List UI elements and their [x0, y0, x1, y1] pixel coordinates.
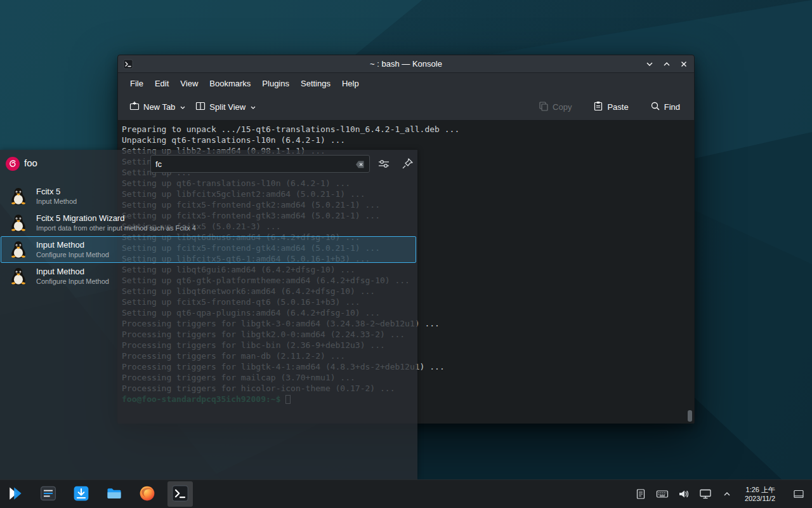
paste-button[interactable]: Paste	[588, 97, 633, 117]
new-tab-icon	[129, 101, 140, 113]
task-pager-button[interactable]	[36, 481, 61, 507]
paste-icon	[593, 101, 603, 113]
result-title: Fcitx 5 Migration Wizard	[36, 213, 196, 224]
tux-icon	[9, 187, 28, 206]
konsole-icon	[123, 59, 133, 69]
tray-expand-caret-icon[interactable]	[721, 488, 733, 500]
menu-view[interactable]: View	[174, 76, 204, 91]
menu-help[interactable]: Help	[336, 76, 365, 91]
search-result-item-selected[interactable]: Input Method Configure Input Method	[1, 236, 416, 263]
task-dolphin-button[interactable]	[102, 481, 127, 507]
konsole-icon	[171, 485, 189, 504]
result-title: Input Method	[36, 267, 109, 277]
app-launcher-button[interactable]	[3, 481, 28, 507]
display-tray-icon[interactable]	[699, 488, 712, 500]
window-titlebar[interactable]: ~ : bash — Konsole	[118, 55, 694, 73]
find-label: Find	[664, 102, 680, 112]
copy-button[interactable]: Copy	[534, 97, 577, 117]
close-button[interactable]	[679, 59, 689, 69]
pin-icon[interactable]	[400, 157, 414, 171]
menu-file[interactable]: File	[124, 76, 149, 91]
result-subtitle: Import data from other input method such…	[36, 224, 196, 232]
search-result-item[interactable]: Input Method Configure Input Method	[1, 263, 416, 290]
search-input[interactable]	[151, 156, 369, 172]
menu-plugins[interactable]: Plugins	[256, 76, 295, 91]
menu-edit[interactable]: Edit	[149, 76, 174, 91]
pager-icon	[39, 485, 57, 504]
result-subtitle: Configure Input Method	[36, 250, 109, 259]
volume-tray-icon[interactable]	[678, 488, 690, 500]
app-launcher-popup: foo Fcitx 5 Input Method Fcitx 5 Migrati…	[0, 150, 417, 479]
new-tab-label: New Tab	[143, 102, 175, 112]
toolbar: New Tab Split View Copy Paste	[118, 94, 694, 121]
result-subtitle: Input Method	[36, 197, 77, 206]
notes-tray-icon[interactable]	[634, 488, 647, 500]
firefox-icon	[138, 485, 156, 504]
kde-launcher-icon	[6, 485, 24, 504]
copy-label: Copy	[553, 102, 572, 112]
result-subtitle: Configure Input Method	[36, 277, 109, 286]
clock-date: 2023/11/2	[745, 494, 775, 503]
search-box	[150, 155, 370, 173]
search-results-list: Fcitx 5 Input Method Fcitx 5 Migration W…	[1, 183, 416, 290]
chevron-down-icon	[251, 102, 256, 112]
task-konsole-button[interactable]	[167, 481, 193, 507]
tux-icon	[9, 267, 28, 286]
terminal-line: Unpacking qt6-translations-l10n (6.4.2-1…	[122, 135, 688, 145]
folder-icon	[105, 485, 123, 504]
search-result-item[interactable]: Fcitx 5 Input Method	[1, 183, 416, 210]
task-discover-button[interactable]	[69, 481, 94, 507]
task-firefox-button[interactable]	[134, 481, 160, 507]
maximize-button[interactable]	[662, 59, 672, 69]
launcher-user-label: foo	[24, 157, 37, 168]
system-tray: 1:26 上午 2023/11/2	[634, 485, 812, 503]
split-view-label: Split View	[209, 102, 246, 112]
chevron-down-icon	[180, 102, 185, 112]
menu-settings[interactable]: Settings	[295, 76, 336, 91]
copy-icon	[539, 101, 549, 113]
discover-icon	[72, 485, 90, 504]
result-title: Fcitx 5	[36, 187, 77, 197]
launcher-header: foo	[0, 150, 417, 178]
search-result-item[interactable]: Fcitx 5 Migration Wizard Import data fro…	[1, 210, 416, 236]
result-title: Input Method	[36, 240, 109, 250]
keyboard-tray-icon[interactable]	[656, 488, 669, 500]
menubar: File Edit View Bookmarks Plugins Setting…	[118, 73, 694, 94]
minimize-button[interactable]	[645, 59, 655, 69]
find-button[interactable]: Find	[645, 97, 685, 117]
tux-icon	[9, 240, 28, 259]
paste-label: Paste	[607, 102, 628, 112]
clock[interactable]: 1:26 上午 2023/11/2	[742, 485, 778, 503]
filter-icon[interactable]	[377, 157, 391, 171]
terminal-line: Preparing to unpack .../15-qt6-translati…	[122, 124, 688, 135]
clock-time: 1:26 上午	[745, 485, 775, 494]
new-tab-button[interactable]: New Tab	[124, 97, 190, 117]
show-desktop-button[interactable]	[792, 487, 806, 501]
menu-bookmarks[interactable]: Bookmarks	[204, 76, 256, 91]
tux-icon	[9, 213, 28, 232]
clear-search-icon[interactable]	[355, 159, 366, 170]
taskbar: 1:26 上午 2023/11/2	[0, 479, 812, 508]
split-view-icon	[195, 101, 206, 113]
search-icon	[650, 101, 660, 113]
scrollbar-thumb[interactable]	[688, 410, 692, 422]
window-title: ~ : bash — Konsole	[118, 59, 694, 69]
debian-logo-icon	[5, 156, 20, 171]
screen: ~ : bash — Konsole File Edit View Bookma…	[0, 0, 812, 508]
split-view-button[interactable]: Split View	[190, 97, 261, 117]
